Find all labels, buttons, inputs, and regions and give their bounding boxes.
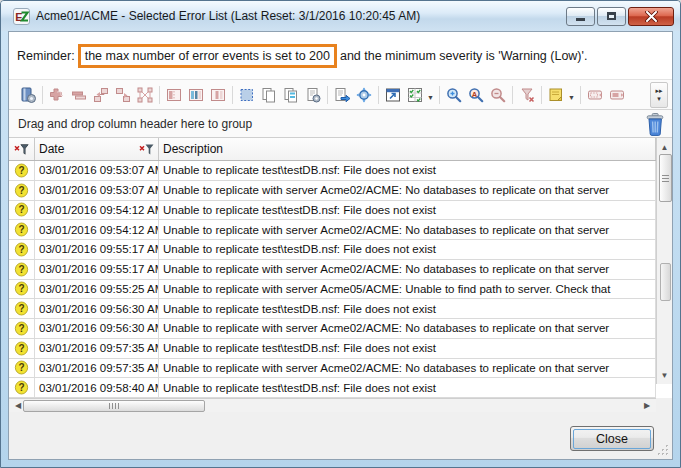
chevron-right-icon: ▸▸	[655, 87, 662, 95]
description-cell: Unable to replicate test\testDB.nsf: Fil…	[159, 240, 656, 259]
toolbar-separator	[327, 86, 328, 104]
reminder-suffix: and the minimum severity is 'Warning (Lo…	[340, 49, 587, 63]
description-column-header[interactable]: Description	[159, 138, 656, 160]
warning-question-icon: ?	[14, 360, 29, 375]
table-row[interactable]: ?03/01/2016 09:54:12 AMUnable to replica…	[9, 201, 656, 221]
error-table: Date Description ?03/01/2016 09:53:07 AM…	[9, 138, 672, 398]
copy-icon[interactable]	[258, 84, 280, 106]
severity-cell: ?	[9, 339, 35, 358]
svg-text:A: A	[472, 89, 478, 98]
date-cell: 03/01/2016 09:55:25 AM	[35, 280, 159, 299]
table-body: ?03/01/2016 09:53:07 AMUnable to replica…	[9, 161, 656, 398]
table-row[interactable]: ?03/01/2016 09:53:07 AMUnable to replica…	[9, 161, 656, 181]
severity-cell: ?	[9, 359, 35, 378]
resize-grip[interactable]	[657, 444, 670, 457]
copy-grid-icon[interactable]	[280, 84, 302, 106]
pane-center-icon	[185, 84, 207, 106]
maximize-button[interactable]	[597, 7, 626, 26]
table-row[interactable]: ?03/01/2016 09:53:07 AMUnable to replica…	[9, 181, 656, 201]
minimize-button[interactable]	[566, 7, 595, 26]
table-row[interactable]: ?03/01/2016 09:58:40 AMUnable to replica…	[9, 378, 656, 398]
date-column-header[interactable]: Date	[35, 138, 159, 160]
date-cell: 03/01/2016 09:53:07 AM	[35, 161, 159, 180]
close-button[interactable]: Close	[570, 426, 654, 451]
table-row[interactable]: ?03/01/2016 09:54:12 AMUnable to replica…	[9, 220, 656, 240]
close-window-button[interactable]	[628, 7, 674, 26]
zoom-fit-icon[interactable]	[443, 84, 465, 106]
severity-cell: ?	[9, 240, 35, 259]
vertical-scrollbar[interactable]: ▲ ▼	[656, 138, 672, 384]
view-settings-icon[interactable]	[17, 84, 39, 106]
toolbar-separator	[159, 86, 160, 104]
vertical-scrollbar-handle[interactable]	[660, 263, 671, 301]
table-row[interactable]: ?03/01/2016 09:57:35 AMUnable to replica…	[9, 339, 656, 359]
filter-icon[interactable]	[14, 143, 29, 156]
svg-text:?: ?	[18, 165, 24, 176]
table-row[interactable]: ?03/01/2016 09:57:35 AMUnable to replica…	[9, 359, 656, 379]
warning-question-icon: ?	[14, 281, 29, 296]
filter-icon[interactable]	[139, 143, 154, 156]
svg-text:?: ?	[18, 244, 24, 255]
expand-bands-icon	[584, 84, 606, 106]
description-cell: Unable to replicate with server Acme05/A…	[159, 280, 656, 299]
delete-errors-icon[interactable]	[644, 112, 666, 136]
svg-text:?: ?	[18, 224, 24, 235]
toolbar: ▼A▼▸▸▾	[9, 80, 672, 110]
table-row[interactable]: ?03/01/2016 09:55:17 AMUnable to replica…	[9, 260, 656, 280]
date-cell: 03/01/2016 09:57:35 AM	[35, 359, 159, 378]
copy-special-icon[interactable]	[302, 84, 324, 106]
description-cell: Unable to replicate test\testDB.nsf: Fil…	[159, 201, 656, 220]
scroll-right-icon[interactable]: ▶	[640, 399, 654, 412]
svg-text:?: ?	[18, 303, 24, 314]
svg-text:?: ?	[18, 343, 24, 354]
export-icon[interactable]	[331, 84, 353, 106]
zoom-text-icon[interactable]: A	[465, 84, 487, 106]
group-by-bar[interactable]: Drag and drop column header here to grou…	[9, 110, 672, 138]
severity-cell: ?	[9, 319, 35, 338]
toolbar-separator	[580, 86, 581, 104]
select-region-icon[interactable]	[236, 84, 258, 106]
toolbar-overflow-button[interactable]: ▸▸▾	[650, 82, 668, 108]
toolbar-separator	[541, 86, 542, 104]
severity-cell: ?	[9, 181, 35, 200]
column-chooser-icon[interactable]	[404, 84, 426, 106]
scroll-up-icon[interactable]: ▲	[657, 140, 672, 154]
description-cell: Unable to replicate with server Acme02/A…	[159, 359, 656, 378]
scroll-down-icon[interactable]: ▼	[657, 368, 672, 382]
window-title: Acme01/ACME - Selected Error List (Last …	[36, 9, 566, 23]
severity-cell: ?	[9, 201, 35, 220]
app-icon: E	[13, 8, 30, 25]
warning-question-icon: ?	[14, 380, 29, 395]
horizontal-scrollbar-thumb[interactable]	[23, 400, 205, 412]
warning-question-icon: ?	[14, 341, 29, 356]
date-cell: 03/01/2016 09:55:17 AM	[35, 260, 159, 279]
chevron-down-icon[interactable]: ▼	[427, 94, 434, 101]
svg-text:?: ?	[18, 382, 24, 393]
move-from-group-icon	[112, 84, 134, 106]
vertical-scrollbar-thumb[interactable]	[659, 154, 672, 202]
date-cell: 03/01/2016 09:54:12 AM	[35, 220, 159, 239]
svg-text:?: ?	[18, 264, 24, 275]
svg-text:?: ?	[18, 284, 24, 295]
clear-filter-icon	[516, 84, 538, 106]
severity-column-header[interactable]	[9, 138, 35, 160]
date-cell: 03/01/2016 09:53:07 AM	[35, 181, 159, 200]
chevron-down-icon[interactable]: ▼	[568, 94, 575, 101]
severity-cell: ?	[9, 161, 35, 180]
date-cell: 03/01/2016 09:58:40 AM	[35, 378, 159, 397]
popup-view-icon[interactable]	[382, 84, 404, 106]
description-cell: Unable to replicate test\testDB.nsf: Fil…	[159, 161, 656, 180]
auto-process-icon[interactable]	[353, 84, 375, 106]
horizontal-scrollbar[interactable]: ◀ ▶	[9, 398, 656, 412]
title-bar[interactable]: E Acme01/ACME - Selected Error List (Las…	[1, 1, 680, 31]
warning-question-icon: ?	[14, 222, 29, 237]
table-header-row: Date Description	[9, 138, 656, 161]
table-row[interactable]: ?03/01/2016 09:55:17 AMUnable to replica…	[9, 240, 656, 260]
table-row[interactable]: ?03/01/2016 09:56:30 AMUnable to replica…	[9, 319, 656, 339]
severity-cell: ?	[9, 299, 35, 318]
notes-icon[interactable]	[545, 84, 567, 106]
table-row[interactable]: ?03/01/2016 09:56:30 AMUnable to replica…	[9, 299, 656, 319]
date-column-label: Date	[39, 142, 64, 156]
warning-question-icon: ?	[14, 321, 29, 336]
table-row[interactable]: ?03/01/2016 09:55:25 AMUnable to replica…	[9, 280, 656, 300]
